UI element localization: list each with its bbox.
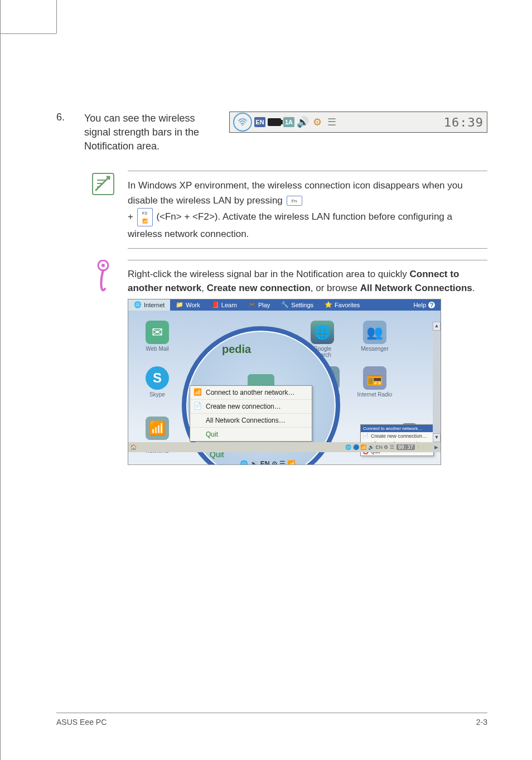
tip-pre: Right-click the wireless signal bar in t… xyxy=(128,269,410,279)
svg-point-0 xyxy=(242,124,243,125)
fn-key-icon: Fn xyxy=(287,196,302,206)
page: 6. You can see the wireless signal stren… xyxy=(0,0,532,760)
tab-settings[interactable]: 🔧Settings xyxy=(275,299,319,311)
wifi-icon xyxy=(233,113,252,132)
language-indicator: EN xyxy=(254,117,265,127)
f2-key-icon: F2📶 xyxy=(137,208,153,226)
battery-icon xyxy=(268,118,281,126)
doc-icon: 📄 xyxy=(194,402,202,410)
context-menu: 📶Connect to another network… 📄Create new… xyxy=(190,385,312,442)
ctx-quit[interactable]: Quit xyxy=(190,428,312,441)
desktop-screenshot: 🌐Internet 📁Work 📕Learn 🎮Play 🔧Settings ⭐… xyxy=(128,299,441,465)
note-block: In Windows XP environment, the wireless … xyxy=(90,171,487,249)
note-icon xyxy=(90,171,117,197)
desktop-area: ✉ Web Mail 🌐 Google Search 👥 Messenger S… xyxy=(128,311,441,452)
note-plus: + xyxy=(128,211,136,222)
clock: 16:39 xyxy=(444,115,483,129)
home-icon[interactable]: 🏠 xyxy=(130,444,137,450)
icon-web-mail[interactable]: ✉ Web Mail xyxy=(139,321,175,352)
margin-horizontal-rule xyxy=(1,33,56,34)
step-text: You can see the wireless signal strength… xyxy=(84,112,212,154)
wifi-icon: 📶 xyxy=(194,388,202,396)
note-text: In Windows XP environment, the wireless … xyxy=(128,171,487,249)
icon-skype[interactable]: S Skype xyxy=(139,366,175,398)
tab-learn[interactable]: 📕Learn xyxy=(206,299,243,311)
margin-vertical-rule xyxy=(56,0,57,33)
tray-small-icons: 🌐 🔵 📶 🔊 EN ⚙ ☰ xyxy=(345,444,394,450)
scroll-down-icon[interactable]: ▼ xyxy=(433,433,441,442)
notification-tray-illustration: EN 1A 🔊 ⚙ ☰ 16:39 xyxy=(229,112,487,133)
tip-icon xyxy=(90,260,117,296)
tab-bar: 🌐Internet 📁Work 📕Learn 🎮Play 🔧Settings ⭐… xyxy=(128,299,441,311)
svg-point-3 xyxy=(101,264,105,267)
step-row: 6. You can see the wireless signal stren… xyxy=(56,112,487,154)
tip-block: Right-click the wireless signal bar in t… xyxy=(90,260,487,296)
scrollbar[interactable]: ▲ ▼ xyxy=(433,322,441,442)
footer-left: ASUS Eee PC xyxy=(56,718,107,727)
ctx-create-new-connection[interactable]: 📄Create new connection… xyxy=(190,400,312,414)
tray-arrow-right-icon[interactable]: ▶ xyxy=(434,444,438,450)
icon-messenger[interactable]: 👥 Messenger xyxy=(357,321,393,352)
tab-favorites[interactable]: ⭐Favorites xyxy=(319,299,365,311)
page-footer: ASUS Eee PC 2-3 xyxy=(56,713,487,727)
tip-bold-3: All Network Connections xyxy=(360,283,472,293)
tab-work[interactable]: 📁Work xyxy=(170,299,205,311)
settings-gear-icon: ⚙ xyxy=(311,116,323,128)
tip-bold-2: Create new connection xyxy=(207,283,311,293)
input-mode-indicator: 1A xyxy=(283,117,294,127)
scroll-track[interactable] xyxy=(433,331,441,433)
tab-internet[interactable]: 🌐Internet xyxy=(128,299,170,311)
step-number: 6. xyxy=(56,112,73,123)
taskbar: 🏠 🌐 🔵 📶 🔊 EN ⚙ ☰ 08:37 ▮ ⊙ ⓘ ▶ xyxy=(128,442,441,452)
mini-create-new-connection[interactable]: 📄Create new connection… xyxy=(361,432,433,440)
speaker-icon: 🔊 xyxy=(297,116,309,128)
tip-text: Right-click the wireless signal bar in t… xyxy=(128,260,487,296)
task-list-icon: ☰ xyxy=(326,116,338,128)
ctx-all-network-connections[interactable]: All Network Connections… xyxy=(190,414,312,428)
lens-pedia-text: pedia xyxy=(222,343,251,356)
tray-right-icons: ▮ ⊙ ⓘ xyxy=(417,443,432,451)
icon-internet-radio[interactable]: 📻 Internet Radio xyxy=(357,366,393,398)
mini-menu-header[interactable]: Connect to another network… xyxy=(361,425,433,432)
ctx-connect-another-network[interactable]: 📶Connect to another network… xyxy=(190,386,312,400)
scroll-up-icon[interactable]: ▲ xyxy=(433,322,441,331)
taskbar-clock: 08:37 xyxy=(396,444,415,450)
tab-help[interactable]: Help? xyxy=(408,299,441,311)
tab-play[interactable]: 🎮Play xyxy=(243,299,275,311)
note-after: (<Fn> + <F2>). Activate the wireless LAN… xyxy=(128,211,452,239)
footer-page-number: 2-3 xyxy=(476,718,487,727)
lens-tray-icons: 🌐 🔊 EN ⚙ ☰ 📶 xyxy=(240,460,296,465)
